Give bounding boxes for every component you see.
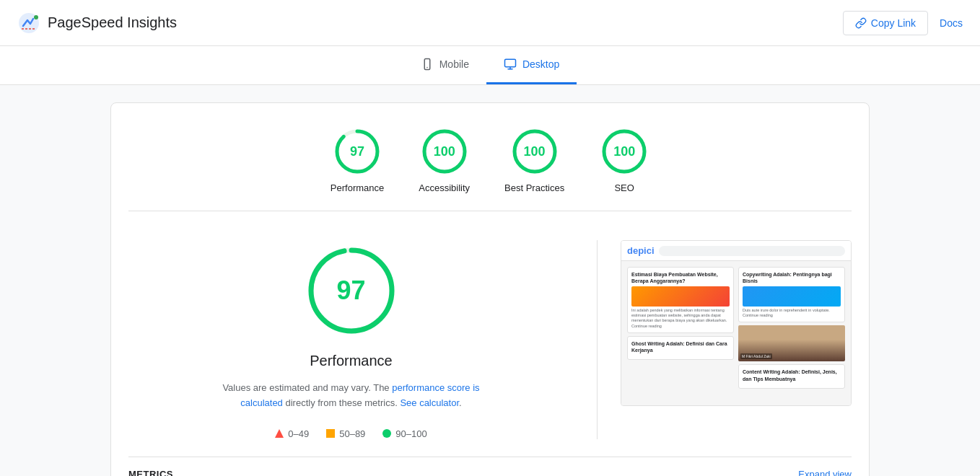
score-circle-seo: 100: [599, 126, 649, 177]
preview-card-2-img: [743, 286, 841, 307]
vertical-divider: [597, 240, 598, 439]
performance-description: Values are estimated and may vary. The p…: [214, 381, 489, 411]
link-icon: [855, 17, 867, 29]
preview-card-3-title: Ghost Writing Adalah: Definisi dan Cara …: [631, 340, 730, 353]
tab-mobile[interactable]: Mobile: [403, 46, 486, 84]
mobile-icon: [421, 58, 434, 71]
score-value-best-practices: 100: [524, 144, 546, 159]
score-circle-accessibility: 100: [419, 126, 470, 177]
preview-topbar: depici: [621, 241, 851, 261]
header: PageSpeed Insights Copy Link Docs: [0, 0, 980, 46]
preview-search-bar: [659, 246, 845, 256]
pass-icon: [382, 429, 391, 438]
performance-left: 97 Performance Values are estimated and …: [128, 240, 574, 439]
preview-inner: depici Estimasi Biaya Pembuatan Website,…: [621, 241, 851, 405]
perf-desc-text2: directly from these metrics.: [283, 397, 401, 408]
legend-item-fail: 0–49: [275, 428, 309, 439]
score-label-seo: SEO: [614, 182, 634, 193]
performance-section: 97 Performance Values are estimated and …: [128, 229, 852, 439]
fail-icon: [275, 429, 284, 438]
preview-left-col: Estimasi Biaya Pembuatan Website, Berapa…: [627, 267, 734, 389]
see-calculator-link[interactable]: See calculator: [400, 397, 459, 408]
copy-link-label: Copy Link: [871, 17, 916, 29]
svg-rect-4: [504, 59, 515, 67]
preview-card-2: Copywriting Adalah: Pentingnya bagi Bisn…: [738, 267, 845, 322]
score-value-seo: 100: [613, 144, 635, 159]
score-item-performance: 97 Performance: [331, 126, 384, 193]
expand-view-button[interactable]: Expand view: [798, 469, 852, 476]
docs-link[interactable]: Docs: [940, 17, 963, 29]
preview-content: Estimasi Biaya Pembuatan Website, Berapa…: [621, 261, 851, 395]
metrics-label: METRICS: [128, 469, 173, 476]
average-icon: [326, 429, 335, 438]
tabs-container: Mobile Desktop: [0, 46, 980, 85]
tab-desktop[interactable]: Desktop: [486, 46, 577, 84]
preview-card-1-img: [631, 286, 730, 307]
copy-link-button[interactable]: Copy Link: [843, 11, 928, 35]
header-left: PageSpeed Insights: [17, 12, 177, 35]
large-score-circle: 97: [301, 240, 402, 341]
preview-avatar: M Fikri Abdul Zaki: [738, 325, 845, 361]
score-circle-performance: 97: [332, 126, 382, 177]
legend-item-average: 50–89: [326, 428, 365, 439]
score-item-accessibility: 100 Accessibility: [419, 126, 470, 193]
preview-card-3: Ghost Writing Adalah: Definisi dan Cara …: [627, 336, 734, 360]
metrics-bar: METRICS Expand view: [128, 457, 852, 476]
score-item-seo: 100 SEO: [599, 126, 649, 193]
score-circle-best-practices: 100: [509, 126, 560, 177]
pagespeed-logo: [17, 12, 40, 35]
preview-card-1: Estimasi Biaya Pembuatan Website, Berapa…: [627, 267, 734, 333]
preview-card-4: Content Writing Adalah: Definisi, Jenis,…: [738, 364, 845, 388]
performance-title: Performance: [310, 353, 393, 369]
desktop-icon: [504, 58, 517, 71]
score-value-performance: 97: [350, 144, 364, 159]
preview-logo: depici: [627, 245, 655, 256]
header-right: Copy Link Docs: [843, 11, 963, 35]
tab-mobile-label: Mobile: [439, 58, 469, 70]
preview-container: depici Estimasi Biaya Pembuatan Website,…: [621, 240, 852, 406]
perf-desc-end: .: [459, 397, 462, 408]
app-title: PageSpeed Insights: [48, 14, 177, 31]
score-item-best-practices: 100 Best Practices: [504, 126, 564, 193]
preview-card-1-text: Ini adalah pendek yang melibatkan inform…: [631, 308, 730, 329]
perf-desc-text1: Values are estimated and may vary. The: [222, 382, 392, 393]
large-score-value: 97: [336, 276, 365, 306]
legend-range2: 50–89: [339, 428, 365, 439]
performance-right: depici Estimasi Biaya Pembuatan Website,…: [621, 240, 852, 406]
legend-item-pass: 90–100: [382, 428, 426, 439]
main-content: 97 Performance 100 Accessibility: [93, 85, 887, 476]
preview-card-4-title: Content Writing Adalah: Definisi, Jenis,…: [743, 369, 841, 382]
legend-range3: 90–100: [395, 428, 426, 439]
avatar-name: M Fikri Abdul Zaki: [740, 353, 772, 359]
legend-row: 0–49 50–89 90–100: [275, 428, 426, 439]
tab-desktop-label: Desktop: [522, 58, 559, 70]
preview-card-2-title: Copywriting Adalah: Pentingnya bagi Bisn…: [743, 271, 841, 284]
score-label-accessibility: Accessibility: [419, 182, 470, 193]
preview-card-1-title: Estimasi Biaya Pembuatan Website, Berapa…: [631, 271, 730, 284]
scores-row: 97 Performance 100 Accessibility: [128, 126, 852, 211]
score-value-accessibility: 100: [434, 144, 455, 159]
score-label-performance: Performance: [331, 182, 384, 193]
legend-range1: 0–49: [288, 428, 309, 439]
preview-right-col: Copywriting Adalah: Pentingnya bagi Bisn…: [738, 267, 845, 389]
score-label-best-practices: Best Practices: [504, 182, 564, 193]
preview-card-2-text: Duis aute irure dolor in reprehenderit i…: [743, 308, 841, 318]
svg-point-1: [34, 15, 38, 19]
score-card: 97 Performance 100 Accessibility: [110, 102, 870, 476]
